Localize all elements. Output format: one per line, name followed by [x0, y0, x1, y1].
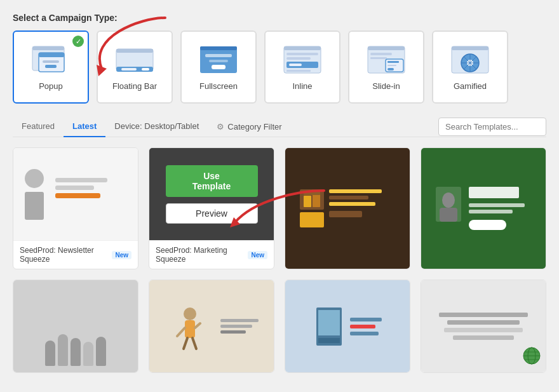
svg-rect-10 — [142, 68, 149, 71]
template-thumb-marketing: Use Template Preview — [149, 148, 274, 240]
svg-rect-25 — [370, 53, 392, 55]
svg-rect-30 — [387, 68, 394, 71]
template-card-marketing-squeeze[interactable]: Use Template Preview SeedProd: Marketing… — [149, 147, 274, 269]
fullscreen-label: Fullscreen — [199, 81, 238, 91]
svg-rect-18 — [286, 53, 318, 55]
svg-rect-7 — [116, 49, 153, 53]
template-thumb-bottom-3 — [285, 280, 410, 372]
svg-rect-12 — [200, 46, 237, 50]
svg-rect-39 — [304, 196, 311, 207]
use-template-button[interactable]: Use Template — [166, 165, 258, 197]
template-card-bottom-3[interactable] — [285, 280, 410, 373]
campaign-type-gamified[interactable]: Gamified — [432, 30, 508, 104]
template-thumb-bottom-4 — [421, 280, 546, 372]
tab-featured[interactable]: Featured — [13, 116, 64, 137]
template-card-habitat-sales[interactable]: SeedProd: Habitat Sales New — [285, 147, 410, 269]
template-card-bottom-4[interactable] — [421, 280, 546, 373]
popup-label: Popup — [39, 81, 63, 91]
svg-rect-13 — [205, 54, 232, 57]
svg-point-42 — [442, 193, 455, 208]
filter-bar: Featured Latest Device: Desktop/Tablet ⚙… — [13, 116, 546, 137]
svg-rect-45 — [185, 320, 195, 338]
svg-rect-21 — [289, 64, 302, 66]
svg-rect-51 — [318, 310, 340, 335]
template-card-masterclass-sales[interactable]: SeedProd: Masterclass Sales New — [421, 147, 546, 269]
tab-latest[interactable]: Latest — [64, 116, 105, 137]
svg-rect-24 — [368, 46, 405, 50]
campaign-type-inline[interactable]: Inline — [264, 30, 340, 104]
gamified-icon — [450, 43, 490, 76]
template-card-bottom-2[interactable] — [149, 280, 274, 373]
svg-rect-15 — [212, 65, 226, 69]
inline-label: Inline — [292, 81, 312, 91]
campaign-type-fullscreen[interactable]: Fullscreen — [180, 30, 257, 104]
svg-rect-26 — [370, 57, 387, 59]
template-thumb-newsletter — [13, 148, 138, 240]
template-footer-habitat: SeedProd: Habitat Sales New — [285, 269, 410, 269]
badge-new-marketing: New — [248, 251, 267, 259]
floating-bar-label: Floating Bar — [112, 81, 157, 91]
svg-rect-3 — [39, 53, 64, 57]
template-footer-marketing: SeedProd: Marketing Squeeze New — [149, 240, 274, 269]
svg-rect-29 — [387, 65, 396, 66]
gamified-label: Gamified — [454, 81, 487, 91]
svg-rect-14 — [209, 60, 228, 62]
svg-rect-52 — [318, 338, 340, 343]
svg-line-49 — [192, 338, 196, 349]
inline-icon — [283, 43, 322, 76]
template-thumb-bottom-2 — [149, 280, 274, 372]
svg-rect-40 — [313, 193, 320, 207]
campaign-types-row: ✓ Popup — [13, 30, 546, 104]
badge-new-newsletter: New — [112, 251, 131, 259]
svg-rect-17 — [284, 46, 321, 50]
search-input[interactable] — [438, 118, 546, 136]
campaign-type-slide-in[interactable]: Slide-in — [348, 30, 424, 104]
svg-rect-43 — [440, 208, 457, 222]
template-grid: SeedProd: Newsletter Squeeze New Use Tem… — [13, 147, 546, 269]
template-footer-masterclass: SeedProd: Masterclass Sales New — [421, 269, 546, 269]
selected-check-icon: ✓ — [72, 36, 84, 47]
template-footer-newsletter: SeedProd: Newsletter Squeeze New — [13, 240, 138, 269]
slide-in-label: Slide-in — [372, 81, 400, 91]
campaign-type-label: Select a Campaign Type: — [13, 13, 546, 23]
template-thumb-habitat — [285, 148, 410, 269]
svg-rect-9 — [121, 68, 137, 71]
svg-point-44 — [184, 308, 196, 320]
svg-line-47 — [195, 323, 200, 328]
campaign-type-popup[interactable]: ✓ Popup — [13, 30, 89, 104]
svg-line-46 — [177, 328, 185, 336]
template-card-newsletter-squeeze[interactable]: SeedProd: Newsletter Squeeze New — [13, 147, 138, 269]
floating-bar-icon — [115, 43, 154, 76]
svg-rect-32 — [452, 46, 488, 50]
popup-icon — [31, 43, 71, 76]
template-grid-row2 — [13, 280, 546, 373]
svg-rect-19 — [286, 57, 311, 60]
template-name-marketing: SeedProd: Marketing Squeeze — [156, 246, 244, 264]
category-filter[interactable]: ⚙ Category Filter — [208, 117, 290, 137]
svg-rect-41 — [304, 192, 320, 195]
template-overlay: Use Template Preview — [149, 148, 274, 240]
gear-icon: ⚙ — [217, 122, 224, 132]
svg-rect-28 — [387, 61, 399, 63]
svg-rect-5 — [45, 65, 57, 68]
preview-button[interactable]: Preview — [166, 203, 258, 224]
svg-line-48 — [184, 338, 187, 349]
template-thumb-bottom-1 — [13, 280, 138, 372]
template-name-newsletter: SeedProd: Newsletter Squeeze — [20, 246, 108, 264]
tab-device[interactable]: Device: Desktop/Tablet — [105, 116, 208, 137]
svg-rect-1 — [32, 46, 64, 50]
fullscreen-icon — [199, 43, 238, 76]
template-thumb-masterclass — [421, 148, 546, 269]
campaign-type-floating-bar[interactable]: Floating Bar — [97, 30, 173, 104]
search-wrap — [438, 118, 546, 136]
template-card-bottom-1[interactable] — [13, 280, 138, 373]
svg-rect-4 — [43, 60, 59, 63]
svg-rect-22 — [286, 70, 311, 72]
slide-in-icon — [367, 43, 406, 76]
